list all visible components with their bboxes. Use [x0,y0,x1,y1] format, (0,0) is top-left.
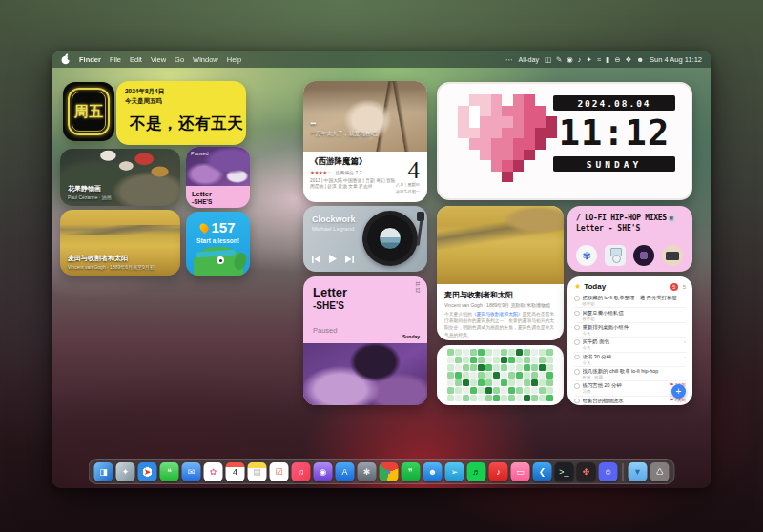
dock-icon-trash[interactable]: ♺ [650,462,670,481]
countdown-date: 2024年8月4日 [125,88,237,96]
dock-icon-qq[interactable]: ☻ [423,462,443,481]
task-checkbox[interactable] [574,399,580,404]
dock-icon-system-settings[interactable]: ✱ [358,462,377,481]
countdown-question: 今天是周五吗 [125,97,237,106]
dock-icon-podcasts[interactable]: ◉ [314,462,333,481]
dock-icon-wechat[interactable]: ❞ [402,462,421,481]
dock-icon-terminal[interactable]: >_ [555,462,574,481]
dock-icon-music[interactable]: ♫ [292,462,311,481]
dock-icon-figma[interactable]: ✤ [577,462,596,481]
task-checkbox[interactable] [574,296,580,301]
dock-icon-notes[interactable]: ▤ [248,462,267,481]
dock-icon-mail[interactable]: ✉ [182,462,201,481]
dock-icon-downloads-folder[interactable]: ▼ [629,462,648,481]
calendar-event-label[interactable]: All-day [518,56,538,63]
status-icon-3[interactable]: ♪ [578,55,582,64]
contribution-cell [493,387,499,393]
music-widget-letter-large[interactable]: Letter -SHE'S Paused 11:12 Sunday [303,276,427,405]
art-widget-cezanne[interactable]: 花果静物画 Paul Cézanne · 油画 [60,149,180,206]
streak-flame-icon [198,221,211,234]
music-widget-letter-small[interactable]: Paused Letter -SHE'S [186,147,250,208]
dock-icon-chrome[interactable]: ● [380,462,399,481]
todo-item[interactable]: 给窗台的植物浇水家务⚑ 7天前 [574,397,686,405]
todo-item[interactable]: 找几张新的 chill 歌单 lo-fi hip-hop歌单 · 收藏 [574,367,686,381]
menu-window[interactable]: Window [193,55,218,64]
friday-app-icon[interactable]: 周五 [63,82,114,141]
contribution-cell [470,379,476,385]
dock-icon-app-store[interactable]: A [336,462,355,481]
menu-edit[interactable]: Edit [130,55,142,64]
menu-help[interactable]: Help [227,55,241,64]
status-icon-8[interactable]: ❖ [625,55,631,64]
contribution-cell [546,387,552,393]
menu-finder[interactable]: Finder [79,55,101,64]
todo-widget[interactable]: ★ Today 5 5 把收藏的 lo-fi 歌单整理一遍 再分类打标签收件箱回… [567,276,692,405]
painting-link[interactable]: 《麦田与收割者和太阳》 [472,312,523,317]
dock-icon-bilibili[interactable]: ▭ [511,462,530,481]
status-icon-2[interactable]: ◉ [567,55,573,64]
play-button[interactable] [329,255,337,263]
task-checkbox[interactable] [574,325,580,331]
lofi-playlist-widget[interactable]: / LO-FI HIP-HOP MIXES▣ Letter - SHE'S ✾ [567,206,692,272]
dock-icon-photos[interactable]: ✿ [204,462,223,481]
status-icon-1[interactable]: ✎ [556,55,562,64]
dock-icon-safari[interactable]: ➤ [138,462,157,481]
menu-bar-clock[interactable]: Sun 4 Aug 11:12 [650,55,702,64]
dock-icon-vscode[interactable]: ❮ [533,462,552,481]
previous-track-button[interactable] [312,256,320,263]
status-icon-0[interactable]: ◫ [545,55,551,64]
heart-pixel [491,160,503,172]
painting-description: 今天要介绍的《麦田与收割者和太阳》是梵高在圣雷米疗养期间创作的麦田系列之一。金黄… [444,311,556,338]
menu-file[interactable]: File [110,55,121,64]
task-checkbox[interactable] [574,311,580,317]
art-widget-wheatfield-small[interactable]: 麦田与收割者和太阳 Vincent van Gogh · 1889年6月底至9月… [60,210,180,276]
status-icon-6[interactable]: ▮ [606,55,609,64]
todo-item[interactable]: 把收藏的 lo-fi 歌单整理一遍 再分类打标签收件箱 [574,294,686,308]
douban-rating: 豆瓣评分 7.2 [335,170,361,175]
contribution-cell [493,379,499,385]
art-widget-wheatfield-large[interactable]: 麦田与收割者和太阳 Vincent van Gogh · 1889年9月 克勒勒… [437,206,564,340]
dock-icon-launchpad[interactable]: ✦ [116,462,135,481]
dock-icon-reminders[interactable]: ☑ [270,462,289,481]
streak-widget[interactable]: 157 Start a lesson! [186,212,250,276]
dock-icon-telegram[interactable]: ➢ [445,462,464,481]
dock-icon-netease-music[interactable]: ♪ [489,462,508,481]
status-icon-4[interactable]: ✦ [587,55,592,64]
overflow-menu-icon[interactable]: ⋯ [505,55,513,64]
menu-go[interactable]: Go [175,55,184,64]
task-checkbox[interactable] [574,383,580,389]
todo-item[interactable]: 练习吉他 20 分钟习惯⚑ 7天前 [574,381,686,396]
dock-icon-spotify[interactable]: ♬ [467,462,486,481]
music-player-widget[interactable]: Clockwork Michael Legrand [303,206,427,272]
pixel-clock-widget[interactable]: 2024.08.04 11:12 SUNDAY [437,82,692,200]
habit-contribution-widget[interactable] [437,345,564,405]
todo-item[interactable]: 重新排列桌面小组件今天 [574,323,686,338]
dock-icon-finder[interactable]: ◨ [94,462,113,481]
contribution-cell [447,395,453,400]
heart-pixel [458,106,469,117]
task-checkbox[interactable] [574,355,580,360]
status-icon-5[interactable]: ≈ [597,55,601,64]
menu-view[interactable]: View [151,55,166,64]
heart-pixel [535,128,546,139]
status-icon-7[interactable]: ⊖ [614,55,620,64]
task-checkbox[interactable] [574,369,580,375]
add-task-button[interactable]: + [671,384,686,399]
apple-menu-icon[interactable] [61,53,71,65]
todo-item[interactable]: 买牛奶 面包今天› [574,338,686,352]
friday-countdown-widget[interactable]: 2024年8月4日 今天是周五吗 不是，还有五天 [116,81,246,145]
contribution-cell [539,349,545,355]
movie-of-the-day-widget[interactable]: ❝❝ 一万年太久了，就爱现在吧。 《西游降魔篇》 ★★★★☆ 豆瓣评分 7.2 … [303,81,427,202]
todo-item[interactable]: 读书 30 分钟今天› [574,353,686,367]
dock-icon-messages[interactable]: ❝ [160,462,179,481]
dock-icon-discord[interactable]: ☺ [599,462,618,481]
task-checkbox[interactable] [574,339,580,345]
calendar-day-sub2: 农历七月初一 [396,189,420,194]
next-track-button[interactable] [345,256,354,263]
contribution-cell [493,364,499,370]
contribution-cell [501,357,506,362]
track-title: Clockwork [312,215,356,224]
status-icon-9[interactable]: ☻ [636,55,644,64]
todo-item[interactable]: 回复豆瓣小组私信收件箱 [574,308,686,322]
dock-icon-calendar[interactable]: 4 [226,462,245,481]
